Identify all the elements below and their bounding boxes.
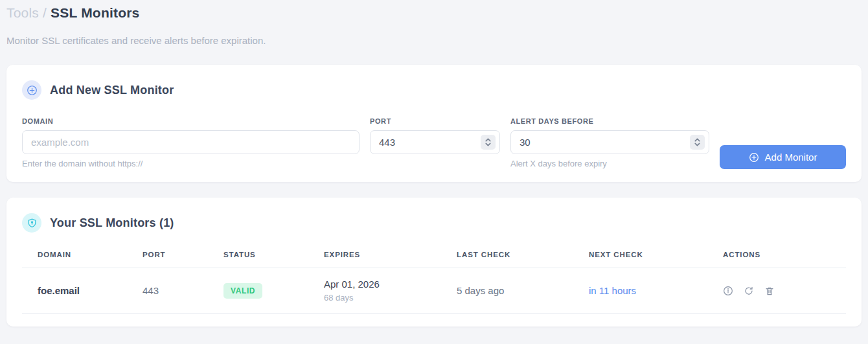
add-monitor-button-label: Add Monitor: [765, 152, 817, 163]
port-label: PORT: [370, 117, 500, 125]
monitor-expires-date: Apr 01, 2026: [324, 279, 444, 290]
monitors-card-header: Your SSL Monitors (1): [22, 213, 846, 233]
page-subtitle: Monitor SSL certificates and receive ale…: [6, 35, 862, 46]
monitor-next-check: in 11 hours: [582, 268, 716, 314]
refresh-icon: [744, 286, 754, 296]
domain-field-group: DOMAIN Enter the domain without https://: [22, 117, 360, 168]
monitor-domain: foe.email: [22, 268, 136, 314]
domain-helper-text: Enter the domain without https://: [22, 159, 360, 168]
alert-days-label: ALERT DAYS BEFORE: [510, 117, 709, 125]
ssl-monitors-page: Tools/SSL Monitors Monitor SSL certifica…: [0, 0, 868, 327]
add-monitor-card: Add New SSL Monitor DOMAIN Enter the dom…: [6, 65, 862, 182]
add-monitor-button[interactable]: Add Monitor: [720, 145, 846, 169]
info-button[interactable]: [723, 286, 733, 296]
alert-days-helper-text: Alert X days before expiry: [510, 159, 709, 168]
info-icon: [723, 286, 733, 296]
domain-input[interactable]: [22, 130, 360, 154]
table-header-row: DOMAIN PORT STATUS EXPIRES LAST CHECK NE…: [22, 247, 846, 268]
refresh-button[interactable]: [744, 286, 754, 296]
page-title: SSL Monitors: [51, 5, 139, 20]
alert-days-field-group: ALERT DAYS BEFORE Alert X days before ex…: [510, 117, 709, 168]
port-field-group: PORT: [370, 117, 500, 154]
add-monitor-card-title: Add New SSL Monitor: [50, 84, 174, 97]
col-header-domain: DOMAIN: [22, 247, 136, 268]
breadcrumb-separator: /: [39, 5, 51, 20]
add-monitor-form: DOMAIN Enter the domain without https://…: [22, 117, 846, 169]
plus-circle-icon: [749, 152, 759, 163]
delete-button[interactable]: [764, 286, 775, 296]
col-header-status: STATUS: [217, 247, 317, 268]
col-header-last-check: LAST CHECK: [450, 247, 582, 268]
status-badge: VALID: [223, 283, 262, 299]
col-header-port: PORT: [136, 247, 217, 268]
row-actions: [723, 286, 839, 296]
add-monitor-card-header: Add New SSL Monitor: [22, 80, 846, 100]
breadcrumb: Tools/SSL Monitors: [6, 5, 862, 21]
col-header-next-check: NEXT CHECK: [582, 247, 716, 268]
col-header-actions: ACTIONS: [716, 247, 846, 268]
trash-icon: [764, 286, 775, 296]
col-header-expires: EXPIRES: [317, 247, 450, 268]
domain-label: DOMAIN: [22, 117, 360, 125]
alert-days-stepper[interactable]: [690, 135, 705, 150]
table-row: foe.email 443 VALID Apr 01, 2026 68 days…: [22, 268, 846, 314]
shield-icon: [22, 213, 41, 233]
monitors-card-title: Your SSL Monitors (1): [50, 216, 174, 230]
monitor-last-check: 5 days ago: [450, 268, 582, 314]
alert-days-input[interactable]: [510, 130, 709, 154]
monitor-expires-days: 68 days: [324, 293, 444, 303]
breadcrumb-tools-link[interactable]: Tools: [6, 5, 39, 20]
monitors-card: Your SSL Monitors (1) DOMAIN PORT STATUS…: [6, 198, 862, 327]
monitors-table: DOMAIN PORT STATUS EXPIRES LAST CHECK NE…: [22, 247, 846, 314]
monitor-port: 443: [136, 268, 217, 314]
plus-circle-icon: [22, 80, 41, 100]
port-stepper[interactable]: [481, 135, 496, 150]
